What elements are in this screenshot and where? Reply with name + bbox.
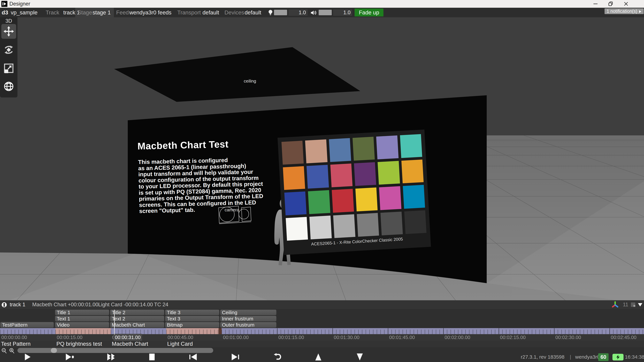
macbeth-patch <box>356 188 378 211</box>
notification-expand-icon <box>639 10 642 13</box>
layer-cell[interactable]: Video <box>55 322 109 328</box>
section-label[interactable]: PQ brightness test <box>56 341 102 347</box>
timeline-bar-separator <box>443 328 444 334</box>
brightness-value-field[interactable]: 1.0 <box>288 9 308 16</box>
macbeth-patch <box>282 141 304 165</box>
timecode-label: TC 24 <box>154 300 168 309</box>
brightness-slider[interactable] <box>274 10 287 15</box>
layer-cell[interactable]: Text 1 <box>55 316 109 322</box>
layer-cell[interactable]: TestPattern <box>0 322 54 328</box>
volume-value-field[interactable]: 1.0 <box>333 9 352 16</box>
previous-section-button[interactable] <box>186 353 200 361</box>
fade-up-button[interactable]: Fade up <box>354 8 384 16</box>
app-title: Designer <box>10 1 30 7</box>
version-text: r27.3.1, rev 183598 <box>521 353 564 361</box>
fps-badge: 60 <box>598 353 608 361</box>
stage-value[interactable]: stage 1 <box>92 8 111 17</box>
globe-icon <box>4 81 14 91</box>
macbeth-patch <box>354 162 376 186</box>
layer-cell[interactable]: Text 2 <box>110 316 164 322</box>
next-track-button[interactable] <box>352 353 367 361</box>
timeline-ticks <box>0 330 644 334</box>
transport-value[interactable]: default <box>202 8 219 17</box>
layer-count: 11 <box>623 300 628 309</box>
ruler-time-label: 00:00:45.00 <box>168 334 193 341</box>
ruler-time-label: 00:01:15.00 <box>278 334 304 341</box>
layer-cell[interactable]: Outer frustrum <box>220 322 276 328</box>
rotate-tool-button[interactable] <box>1 42 16 57</box>
layers-icon-inner <box>634 305 635 307</box>
layer-cell[interactable]: Ceiling <box>220 310 276 315</box>
menu-bar: d3 vp_sample Track track 1 Stage stage 1… <box>0 8 644 17</box>
macbeth-patch <box>400 134 422 158</box>
macbeth-patch-grid <box>282 134 426 241</box>
macbeth-patch <box>380 212 403 235</box>
feed-label: Feed <box>116 8 129 17</box>
zoom-in-button[interactable] <box>9 348 15 355</box>
layer-cell[interactable]: Text 3 <box>165 316 219 322</box>
playhead[interactable] <box>114 310 115 335</box>
timeline-bar-separator <box>277 328 278 334</box>
timeline-scrollbar[interactable] <box>18 348 213 353</box>
macbeth-patch <box>330 163 352 187</box>
macbeth-chart[interactable]: ACES2065-1 - X-Rite ColorChecker Classic… <box>278 129 431 255</box>
macbeth-patch <box>402 160 424 183</box>
maximize-button[interactable] <box>604 0 617 8</box>
section-label[interactable]: Macbeth Chart <box>112 341 148 347</box>
next-section-button[interactable] <box>228 353 243 361</box>
stage-label: Stage <box>78 8 92 17</box>
layer-cell[interactable]: Inner frustrum <box>220 316 276 322</box>
devices-value[interactable]: default <box>244 8 261 17</box>
macbeth-patch <box>284 191 306 215</box>
loop-section-button[interactable] <box>104 353 118 361</box>
layer-cell[interactable]: Title 2 <box>110 310 164 315</box>
macbeth-patch <box>310 216 332 239</box>
scale-icon <box>4 63 14 73</box>
layer-cell[interactable]: Title 1 <box>55 310 109 315</box>
timeline-ruler[interactable]: 00:00:00.0000:00:15.0000:00:30.0000:00:4… <box>0 334 644 341</box>
timeline-scrollbar-thumb[interactable] <box>51 348 57 353</box>
designer-logo-icon <box>1 1 8 7</box>
ceiling-label: ceiling <box>244 78 256 84</box>
mode-3d-label: 3D <box>0 18 18 24</box>
timeline-bar-separator <box>554 328 554 334</box>
track-label: Track <box>46 8 59 17</box>
globe-tool-button[interactable] <box>1 79 16 94</box>
layer-cell[interactable]: Macbeth Chart <box>110 322 164 328</box>
layers-icon[interactable] <box>631 303 635 307</box>
menu-project[interactable]: vp_sample <box>11 8 38 17</box>
timeline-track-bar[interactable] <box>0 328 644 334</box>
cue-info-macbeth[interactable]: Macbeth Chart +00:00:01.00 <box>32 300 98 309</box>
macbeth-patch <box>357 213 379 237</box>
collapse-track-button[interactable] <box>638 303 643 308</box>
play-to-next-section-button[interactable] <box>62 353 78 361</box>
ruler-time-label: 00:01:45.00 <box>389 334 415 341</box>
macbeth-patch <box>378 161 400 185</box>
devices-label: Devices <box>224 8 244 17</box>
previous-track-button[interactable] <box>311 353 326 361</box>
feed-value[interactable]: wendya3r0 feeds <box>129 8 172 17</box>
play-button[interactable] <box>20 353 35 361</box>
track-name[interactable]: track 1 <box>10 300 25 309</box>
cue-info-lightcard[interactable]: Light Card -00:00:14.00 <box>98 300 153 309</box>
macbeth-patch <box>305 139 328 163</box>
layer-cell[interactable]: Title 3 <box>165 310 219 315</box>
macbeth-patch <box>333 214 356 238</box>
stop-button[interactable] <box>144 353 160 361</box>
section-label[interactable]: Test Pattern <box>1 341 30 347</box>
section-label[interactable]: Light Card <box>167 341 193 347</box>
zoom-out-button[interactable] <box>1 348 8 355</box>
move-tool-button[interactable] <box>1 24 16 39</box>
notification-badge[interactable]: 1 notification(s) <box>604 8 644 14</box>
macbeth-patch <box>352 137 375 161</box>
minimize-button[interactable] <box>589 0 602 8</box>
menu-d3[interactable]: d3 <box>2 8 8 17</box>
scale-tool-button[interactable] <box>1 61 16 76</box>
layer-cell[interactable]: Bitmap <box>165 322 219 328</box>
track-header: track 1 Macbeth Chart +00:00:01.00 Light… <box>0 300 644 309</box>
volume-slider[interactable] <box>319 10 332 15</box>
macbeth-patch <box>404 210 426 234</box>
macbeth-patch <box>306 165 329 189</box>
close-button[interactable] <box>620 0 632 8</box>
return-to-start-button[interactable] <box>270 353 285 361</box>
